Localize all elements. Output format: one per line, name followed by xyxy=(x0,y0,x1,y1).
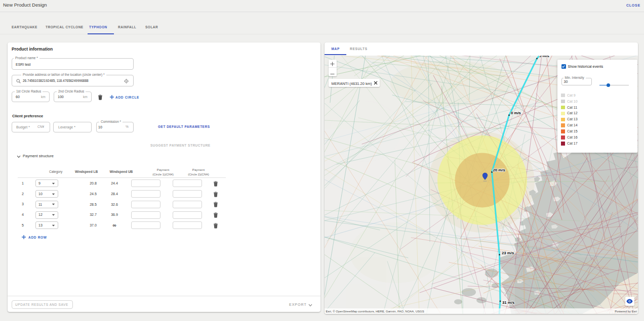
svg-text:31 m/s: 31 m/s xyxy=(502,300,515,304)
svg-text:Powered by Esri: Powered by Esri xyxy=(615,309,637,312)
svg-text:5 m/s: 5 m/s xyxy=(539,56,550,58)
svg-text:Esri, © OpenStreetMap contribu: Esri, © OpenStreetMap contributors, HERE… xyxy=(326,309,424,312)
svg-text:23 m/s: 23 m/s xyxy=(502,250,514,255)
svg-text:20 m/s: 20 m/s xyxy=(493,168,506,172)
svg-text:0 m/s: 0 m/s xyxy=(511,111,521,115)
